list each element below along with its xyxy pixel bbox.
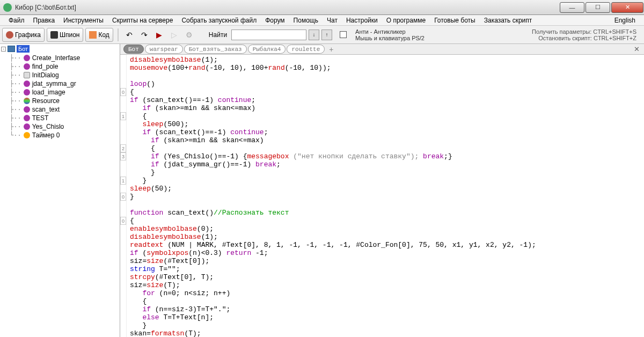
menu-chat[interactable]: Чат — [323, 16, 342, 25]
tree-root-label: Бот — [17, 45, 30, 53]
purple-icon — [24, 55, 30, 61]
purple-icon — [24, 63, 30, 70]
menu-help[interactable]: Помощь — [289, 16, 323, 25]
menu-forum[interactable]: Форум — [261, 16, 289, 25]
editor-tab[interactable]: warspear — [145, 45, 183, 54]
find-prev-button[interactable]: ↓ — [309, 30, 319, 40]
title-bar: Кибор [C:\bot\Бот.txt] — ☐ ✕ — [0, 0, 644, 15]
window-title: Кибор [C:\bot\Бот.txt] — [15, 4, 76, 11]
tree-item-label: Resource — [32, 97, 60, 105]
graphics-icon — [6, 31, 13, 39]
tree-item[interactable]: ├··scan_text — [10, 105, 119, 114]
anti-clicker-label: Анти - Антикликер Мышь и клавиатура PS/2 — [355, 28, 425, 41]
redo-button[interactable]: ↷ — [138, 28, 151, 41]
purple-icon — [24, 80, 30, 87]
menu-ready-bots[interactable]: Готовые боты — [430, 16, 480, 25]
tree-item[interactable]: ├··Yes_Chislo — [10, 122, 119, 131]
purple-icon — [24, 89, 30, 96]
tree-root[interactable]: - Бот — [1, 45, 119, 53]
editor-tabbar: БотwarspearБот_взять_заказРыбалка4roulet… — [120, 44, 644, 55]
hotkeys-label: Получить параметры: CTRL+SHIFT+S Останов… — [532, 28, 642, 41]
undo-button[interactable]: ↶ — [123, 28, 136, 41]
fold-gutter: 0 1 23 1 0 0 — [120, 55, 127, 337]
anti-checkbox[interactable] — [340, 31, 347, 38]
find-label: Найти — [209, 31, 227, 39]
tab-close-button[interactable]: ✕ — [634, 45, 644, 53]
tree-item-label: Таймер 0 — [32, 131, 60, 139]
menu-tools[interactable]: Инструменты — [59, 16, 108, 25]
tab-spy[interactable]: Шпион — [47, 28, 84, 42]
menu-build[interactable]: Собрать запускной файл — [177, 16, 261, 25]
minimize-button[interactable]: — — [560, 2, 584, 13]
maximize-button[interactable]: ☐ — [586, 2, 610, 13]
tab-code-label: Код — [98, 31, 109, 39]
spy-icon — [50, 31, 58, 39]
menu-bar: Файл Правка Инструменты Скрипты на серве… — [0, 15, 644, 26]
find-input[interactable] — [231, 30, 306, 40]
tree-item-label: InitDialog — [32, 71, 59, 79]
menu-settings[interactable]: Настройки — [342, 16, 382, 25]
toolbar: Графика Шпион Код ↶ ↷ ▶ ▷ ⚙ Найти ↓ ↑ Ан… — [0, 26, 644, 44]
editor-tab[interactable]: Бот — [123, 45, 144, 54]
tree-item[interactable]: ├··Resource — [10, 97, 119, 105]
tree-item-label: load_image — [32, 89, 65, 96]
tree-item-label: TEST — [32, 114, 49, 122]
tree-item-label: Create_Interfase — [32, 54, 80, 62]
close-button[interactable]: ✕ — [611, 2, 643, 13]
res-icon — [24, 98, 30, 104]
run-button[interactable]: ▶ — [153, 28, 166, 41]
menu-scripts-server[interactable]: Скрипты на сервере — [108, 16, 178, 25]
tab-graphics-label: Графика — [15, 31, 41, 39]
tree-item-label: scan_text — [32, 106, 60, 113]
editor-tab[interactable]: Бот_взять_заказ — [184, 45, 247, 54]
menu-file[interactable]: Файл — [4, 16, 29, 25]
menu-about[interactable]: О программе — [382, 16, 430, 25]
separator — [118, 28, 119, 41]
script-icon — [8, 46, 15, 52]
purple-icon — [24, 106, 30, 113]
find-next-button[interactable]: ↑ — [321, 30, 332, 40]
menu-order[interactable]: Заказать скрипт — [480, 16, 537, 25]
code-editor[interactable]: disablesymbolbase(1); mousemove(100+rand… — [127, 55, 644, 337]
tab-spy-label: Шпион — [60, 31, 80, 39]
editor-tab[interactable]: roulette — [287, 45, 325, 54]
purple-icon — [24, 123, 30, 130]
tab-graphics[interactable]: Графика — [2, 28, 45, 42]
tree-item-label: Yes_Chislo — [32, 123, 64, 130]
timer-icon — [24, 132, 30, 138]
tree-item[interactable]: └··Таймер 0 — [10, 131, 119, 140]
tree-item[interactable]: ├··load_image — [10, 88, 119, 97]
tree-item[interactable]: ├··Create_Interfase — [10, 54, 119, 62]
tree-item-label: jdat_symma_gr — [32, 80, 76, 87]
app-icon — [3, 3, 12, 12]
tree-collapse-icon[interactable]: - — [1, 47, 6, 52]
tree-sidebar: - Бот ├··Create_Interfase├··find_pole├··… — [0, 44, 120, 337]
menu-edit[interactable]: Правка — [29, 16, 60, 25]
tree-item[interactable]: ├··TEST — [10, 114, 119, 122]
tree-item[interactable]: ├··InitDialog — [10, 71, 119, 79]
code-icon — [89, 31, 97, 39]
purple-icon — [24, 115, 30, 121]
tree-item-label: find_pole — [32, 63, 58, 70]
dlg-icon — [24, 72, 30, 78]
tab-code[interactable]: Код — [85, 28, 113, 42]
tab-add-button[interactable]: + — [326, 45, 336, 54]
menu-english[interactable]: English — [610, 16, 640, 25]
tree-item[interactable]: ├··jdat_symma_gr — [10, 79, 119, 88]
editor-tab[interactable]: Рыбалка4 — [248, 45, 286, 54]
step-button[interactable]: ▷ — [168, 28, 181, 41]
tree-item[interactable]: ├··find_pole — [10, 62, 119, 71]
gear-button[interactable]: ⚙ — [183, 28, 196, 41]
